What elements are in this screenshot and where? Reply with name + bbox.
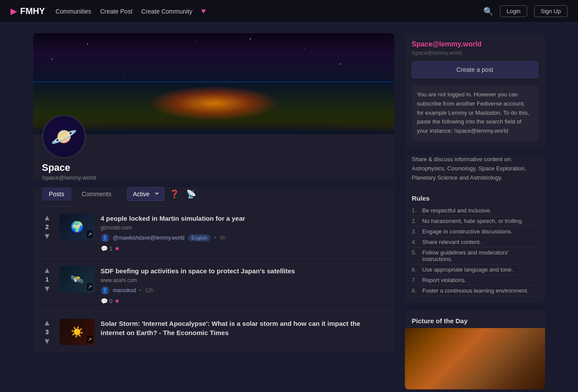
brand-name: FMHY <box>20 6 45 16</box>
comment-count-2[interactable]: 0 <box>110 298 113 304</box>
upvote-button-2[interactable]: ▲ <box>43 266 51 274</box>
post-comments-1: 💬 1 ★ <box>101 245 386 252</box>
post-meta-2: 👤 marsokod • 12h <box>101 286 386 295</box>
downvote-button-3[interactable]: ▼ <box>43 337 51 345</box>
rule-7: Report violations. <box>422 277 466 283</box>
main-container: 🪐 Space !space@lemmy.world Posts Comment… <box>26 23 552 392</box>
vote-count-3: 3 <box>46 328 49 335</box>
community-header: 🪐 Space !space@lemmy.world <box>33 134 394 181</box>
list-item: 3. Engage in constructive discussions. <box>412 226 538 237</box>
right-sidebar: Space@lemmy.world !space@lemmy.world Cre… <box>405 33 545 392</box>
create-post-button[interactable]: Create a post <box>412 61 538 78</box>
nav-create-post[interactable]: Create Post <box>100 8 132 15</box>
rule-2: No harassment, hate speech, or trolling. <box>422 218 524 224</box>
community-banner <box>33 33 394 134</box>
post-thumbnail-2[interactable]: 🛰️ ↗ <box>60 266 95 293</box>
sort-select[interactable]: Active Hot New Top <box>127 187 164 201</box>
post-content-2: SDF beefing up activities in space to pr… <box>101 266 386 304</box>
save-icon-1[interactable]: ★ <box>114 245 120 252</box>
post-author-1[interactable]: @mawkishdave@lemmy.world <box>113 235 185 241</box>
sidebar-info-box: You are not logged in. However you can s… <box>412 85 538 141</box>
vote-column-3: ▲ 3 ▼ <box>42 319 53 345</box>
post-domain-2: www.asahi.com <box>101 277 386 283</box>
post-thumbnail-1[interactable]: 🌍 ↗ <box>60 214 95 240</box>
list-item: 7. Report violations. <box>412 275 538 286</box>
rule-4: Share relevant content. <box>422 239 481 245</box>
post-tag-1: English <box>188 234 211 241</box>
login-button[interactable]: Login <box>500 5 527 17</box>
post-meta-1: 👤 @mawkishdave@lemmy.world English • 4h <box>101 233 386 242</box>
list-item: 8. Foster a continuous learning environm… <box>412 286 538 296</box>
comment-count-1[interactable]: 1 <box>110 245 113 252</box>
post-avatar-2: 👤 <box>101 286 110 295</box>
brand-logo[interactable]: ▶ FMHY <box>11 6 45 16</box>
potd-title: Picture of the Day <box>405 310 545 328</box>
sidebar-rules-card: Share & discuss informative content on: … <box>405 155 545 303</box>
post-author-2[interactable]: marsokod <box>113 287 136 293</box>
vote-column-1: ▲ 2 ▼ <box>42 214 53 252</box>
list-item: 6. Use appropriate language and tone. <box>412 265 538 275</box>
search-button[interactable]: 🔍 <box>483 7 493 16</box>
nav-right: 🔍 Login Sign Up <box>483 5 567 17</box>
list-item: 5. Follow guidelines and moderators' ins… <box>412 247 538 265</box>
help-icon-button[interactable]: ❓ <box>168 187 181 201</box>
vote-count-2: 1 <box>46 276 49 283</box>
comment-icon-2: 💬 <box>101 298 108 304</box>
downvote-button-1[interactable]: ▼ <box>43 232 51 240</box>
nav-create-community[interactable]: Create Community <box>141 8 192 15</box>
post-time-val-2: 12h <box>145 287 153 293</box>
navbar: ▶ FMHY Communities Create Post Create Co… <box>0 0 578 23</box>
vote-count-1: 2 <box>46 223 49 230</box>
nav-links: Communities Create Post Create Community… <box>56 7 483 16</box>
list-item: 4. Share relevant content. <box>412 237 538 247</box>
sidebar-rules-title: Rules <box>405 187 545 205</box>
post-time-2: • <box>139 287 141 293</box>
nav-communities[interactable]: Communities <box>56 8 92 15</box>
table-row: ▲ 2 ▼ 🌍 ↗ 4 people locked in Martin simu… <box>33 206 394 259</box>
list-item: 2. No harassment, hate speech, or trolli… <box>412 216 538 226</box>
signup-button[interactable]: Sign Up <box>534 5 567 17</box>
post-time-1: • <box>214 235 216 241</box>
post-comments-2: 💬 0 ★ <box>101 297 386 304</box>
post-title-3[interactable]: Solar Storm: 'Internet Apocalypse': What… <box>101 319 386 337</box>
sidebar-community-handle: !space@lemmy.world <box>405 50 545 61</box>
left-column: 🪐 Space !space@lemmy.world Posts Comment… <box>33 33 394 392</box>
post-title-2[interactable]: SDF beefing up activities in space to pr… <box>101 266 386 275</box>
sidebar-potd-card: Picture of the Day <box>405 310 545 389</box>
external-link-icon-3: ↗ <box>87 335 93 343</box>
tabs-bar: Posts Comments Active Hot New Top ❓ 📡 <box>33 187 394 206</box>
rule-8: Foster a continuous learning environment… <box>422 287 529 294</box>
upvote-button-3[interactable]: ▲ <box>43 319 51 327</box>
save-icon-2[interactable]: ★ <box>114 297 120 304</box>
list-item: 1. Be respectful and inclusive. <box>412 205 538 216</box>
tab-comments[interactable]: Comments <box>75 187 119 201</box>
community-handle: !space@lemmy.world <box>42 174 386 181</box>
community-icon: 🪐 <box>42 115 86 159</box>
rss-icon-button[interactable]: 📡 <box>184 187 198 201</box>
post-list: ▲ 2 ▼ 🌍 ↗ 4 people locked in Martin simu… <box>33 206 394 352</box>
post-avatar-1: 👤 <box>101 233 110 242</box>
sidebar-community-title: Space@lemmy.world <box>405 33 545 50</box>
upvote-button-1[interactable]: ▲ <box>43 214 51 222</box>
post-domain-1: gizmodo.com <box>101 225 386 231</box>
post-content-3: Solar Storm: 'Internet Apocalypse': What… <box>101 319 386 345</box>
rule-3: Engage in constructive discussions. <box>422 228 513 235</box>
play-icon: ▶ <box>11 7 17 16</box>
rule-6: Use appropriate language and tone. <box>422 266 513 273</box>
external-link-icon-1: ↗ <box>87 230 93 238</box>
downvote-button-2[interactable]: ▼ <box>43 285 51 293</box>
potd-image <box>405 328 545 389</box>
community-name: Space <box>42 162 386 173</box>
community-icon-wrap: 🪐 <box>42 115 86 159</box>
table-row: ▲ 1 ▼ 🛰️ ↗ SDF beefing up activities in … <box>33 259 394 311</box>
sidebar-community-card: Space@lemmy.world !space@lemmy.world Cre… <box>405 33 545 148</box>
vote-column-2: ▲ 1 ▼ <box>42 266 53 304</box>
tab-posts[interactable]: Posts <box>42 187 71 201</box>
heart-icon[interactable]: ♥ <box>201 7 206 16</box>
post-title-1[interactable]: 4 people locked in Martin simulation for… <box>101 214 386 223</box>
rule-5: Follow guidelines and moderators' instru… <box>422 249 538 262</box>
post-thumbnail-3[interactable]: ☀️ ↗ <box>60 319 95 345</box>
rule-1: Be respectful and inclusive. <box>422 207 492 214</box>
sidebar-description: Share & discuss informative content on: … <box>405 155 545 187</box>
post-content-1: 4 people locked in Martin simulation for… <box>101 214 386 252</box>
